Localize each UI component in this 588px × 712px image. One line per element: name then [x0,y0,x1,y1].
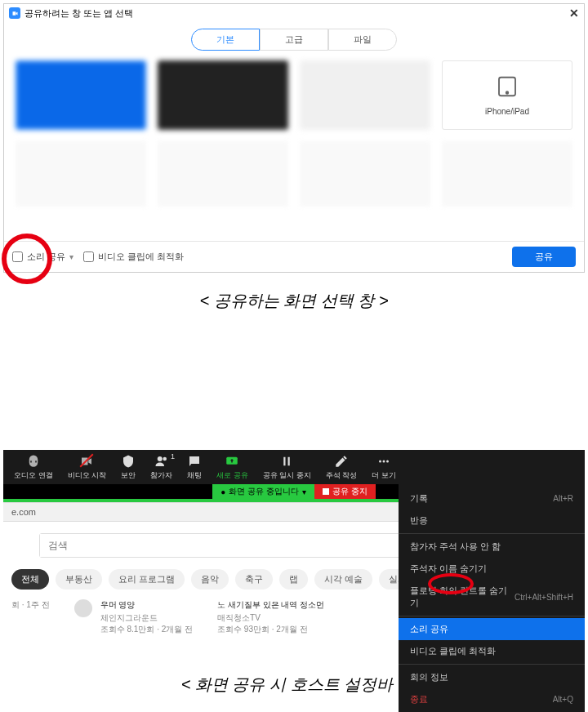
channel-avatar-icon [74,599,92,617]
menu-end[interactable]: 종료Alt+Q [399,688,585,710]
menu-meeting-info[interactable]: 회의 정보 [399,666,585,688]
zoom-app-icon [9,7,20,19]
result-stats: 조회수 8.1만회 · 2개월 전 [100,624,193,635]
tab-file[interactable]: 파일 [328,29,397,51]
svg-point-9 [386,460,389,462]
chip-visual[interactable]: 시각 예술 [314,569,372,590]
dialog-bottom-bar: 소리 공유▾ 비디오 클립에 최적화 공유 [4,241,584,272]
share-sound-checkbox[interactable]: 소리 공유▾ [12,251,74,263]
result-channel: 매직청소TV [217,612,324,624]
tab-basic[interactable]: 기본 [191,29,260,51]
thumbnail-grid: iPhone/iPad [4,60,584,232]
chip-all[interactable]: 전체 [11,569,49,590]
svg-point-1 [506,91,509,94]
zoom-host-toolbar-wrap: 오디오 연결 비디오 시작 보안 1 참가자 채팅 새로 공유 공유 일시 중지 [3,450,585,643]
audio-button[interactable]: 오디오 연결 [7,450,60,484]
result-title: 우머 영양 [100,599,193,611]
menu-record[interactable]: 기록Alt+R [399,487,585,510]
svg-point-2 [157,456,162,461]
share-thumb-app[interactable] [300,60,430,130]
chip-realestate[interactable]: 부동산 [56,569,102,590]
zoom-host-toolbar: 오디오 연결 비디오 시작 보안 1 참가자 채팅 새로 공유 공유 일시 중지 [3,450,585,484]
video-button[interactable]: 비디오 시작 [60,450,114,484]
sharing-status-label: ● 화면 공유 중입니다 ▾ [212,484,314,499]
chat-button[interactable]: 채팅 [180,450,209,484]
caption-1: < 공유하는 화면 선택 창 > [0,290,588,312]
chip-music[interactable]: 음악 [191,569,229,590]
result-item[interactable]: 우머 영양 체인지그라운드 조회수 8.1만회 · 2개월 전 [74,599,193,635]
share-thumb-window[interactable] [16,141,146,207]
share-thumb-screen[interactable] [16,60,146,130]
titlebar: 공유하려는 창 또는 앱 선택 ✕ [4,4,584,22]
result-channel: 체인지그라운드 [100,612,193,624]
share-thumb-window[interactable] [300,141,430,207]
menu-hide-annotator-names[interactable]: 주석자 이름 숨기기 [399,558,585,580]
participants-button[interactable]: 1 참가자 [143,450,180,484]
optimize-video-checkbox[interactable]: 비디오 클립에 최적화 [83,251,184,263]
result-stats: 조회수 93만회 · 2개월 전 [217,624,324,635]
chip-rap[interactable]: 랩 [279,569,308,590]
share-thumb-window[interactable] [158,141,288,207]
tab-row: 기본 고급 파일 [4,29,584,51]
chevron-down-icon[interactable]: ▾ [69,252,74,261]
svg-rect-6 [288,456,290,465]
tab-advanced[interactable]: 고급 [260,29,328,51]
menu-share-sound[interactable]: 소리 공유 [399,618,585,640]
stop-share-button[interactable]: 공유 중지 [314,484,376,499]
menu-hide-floating-controls[interactable]: 플로팅 회의 컨트롤 숨기기Ctrl+Alt+Shift+H [399,580,585,614]
optimize-video-label: 비디오 클립에 최적화 [98,251,184,263]
share-dialog: 공유하려는 창 또는 앱 선택 ✕ 기본 고급 파일 iPhone/iPad 소… [3,3,585,273]
security-button[interactable]: 보안 [114,450,143,484]
share-button[interactable]: 공유 [512,247,576,267]
dialog-title: 공유하려는 창 또는 앱 선택 [24,7,133,20]
more-button[interactable]: 더 보기 [364,450,403,484]
menu-separator [399,664,585,665]
result-meta-left: 회 · 1주 전 [11,599,50,635]
ipad-label: iPhone/iPad [485,107,529,116]
pause-share-button[interactable]: 공유 일시 중지 [256,450,318,484]
new-share-button[interactable]: 새로 공유 [209,450,256,484]
svg-point-8 [382,460,385,462]
chip-soccer[interactable]: 축구 [235,569,273,590]
annotate-button[interactable]: 주석 작성 [318,450,365,484]
svg-rect-5 [283,456,285,465]
chip-cooking[interactable]: 요리 프로그램 [109,569,185,590]
close-icon[interactable]: ✕ [569,7,579,20]
menu-separator [399,616,585,616]
svg-point-3 [163,456,167,461]
more-menu: 기록Alt+R 반응 참가자 주석 사용 안 함 주석자 이름 숨기기 플로팅 … [399,484,585,712]
menu-react[interactable]: 반응 [399,510,585,532]
menu-separator [399,533,585,534]
participants-count: 1 [171,452,175,461]
menu-disable-annotation[interactable]: 참가자 주석 사용 안 함 [399,536,585,558]
share-thumb-window[interactable] [442,141,572,207]
menu-optimize-video[interactable]: 비디오 클립에 최적화 [399,640,585,662]
svg-point-7 [379,460,381,462]
share-thumb-whiteboard[interactable] [158,60,288,130]
share-thumb-iphone-ipad[interactable]: iPhone/iPad [442,60,572,130]
share-sound-label: 소리 공유 [27,251,65,263]
result-title: 노 새기질부 있은 내역 정소먼 [217,599,324,611]
result-item[interactable]: 노 새기질부 있은 내역 정소먼 매직청소TV 조회수 93만회 · 2개월 전 [217,599,324,635]
